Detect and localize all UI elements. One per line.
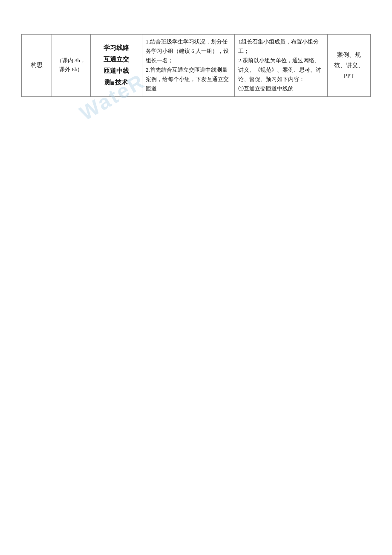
time-text: （课内 3h，课外 6h） — [57, 57, 86, 73]
page-container: WateR 构思 （课内 3h，课外 6h） 学习线路 互通立交 — [0, 0, 392, 555]
topic-line-1: 学习线路 — [94, 42, 138, 54]
label-text: 构思 — [31, 62, 43, 68]
cell-resources: 案例、规范、讲义、PPT — [327, 35, 370, 97]
rest-area — [21, 97, 371, 481]
cell-time: （课内 3h，课外 6h） — [52, 35, 90, 97]
square-icon — [111, 81, 114, 85]
cell-topic: 学习线路 互通立交 匝道中线 测技术 — [90, 35, 142, 97]
topic-line-3: 匝道中线 — [94, 65, 138, 77]
topic-line-4: 测技术 — [94, 77, 138, 88]
cell-activity: 1组长召集小组成员，布置小组分工；2.课前以小组为单位，通过网络、讲义、《规范》… — [235, 35, 327, 97]
main-table: 构思 （课内 3h，课外 6h） 学习线路 互通立交 匝道中线 测技术 — [21, 34, 371, 97]
cell-label: 构思 — [22, 35, 52, 97]
task-text: 1.结合班级学生学习状况，划分任务学习小组（建议 6 人一组），设组长一名；2.… — [146, 38, 229, 92]
resources-text: 案例、规范、讲义、PPT — [334, 52, 364, 79]
topic-line-2: 互通立交 — [94, 54, 138, 65]
table-row: 构思 （课内 3h，课外 6h） 学习线路 互通立交 匝道中线 测技术 — [22, 35, 371, 97]
table-wrapper: 构思 （课内 3h，课外 6h） 学习线路 互通立交 匝道中线 测技术 — [21, 34, 371, 97]
activity-text: 1组长召集小组成员，布置小组分工；2.课前以小组为单位，通过网络、讲义、《规范》… — [238, 38, 321, 92]
cell-task: 1.结合班级学生学习状况，划分任务学习小组（建议 6 人一组），设组长一名；2.… — [142, 35, 235, 97]
